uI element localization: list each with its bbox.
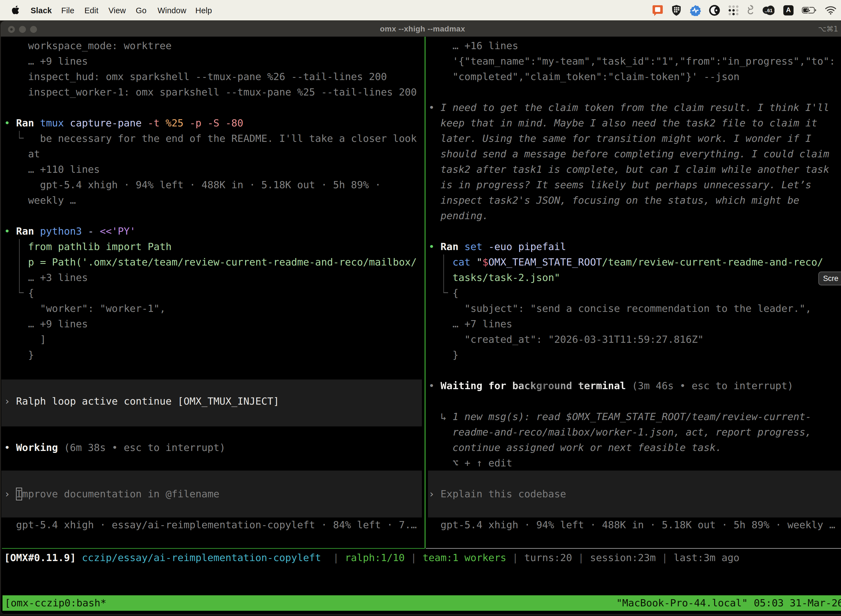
tmux-host-clock-label: "MacBook-Pro-44.local" 05:03 31-Mar-26 <box>616 595 841 611</box>
terminal-row: continue assigned work or next feasible … <box>0 440 841 455</box>
apple-icon[interactable] <box>11 5 20 16</box>
terminal-row: readme-and-reco/mailbox/worker-1.json, a… <box>0 424 841 440</box>
menu-bar: SlackFileEditViewGoWindowHelp ..61 A <box>0 0 841 21</box>
terminal-text-segment: Explain this codebase <box>441 486 566 502</box>
screen: SlackFileEditViewGoWindowHelp ..61 A omx… <box>0 0 841 616</box>
minimize-button[interactable] <box>19 26 26 33</box>
screen-share-overlay[interactable]: Scre <box>818 271 841 285</box>
wifi-icon[interactable] <box>825 6 837 15</box>
terminal-text-segment: ⌥ + ↑ edit <box>453 455 512 471</box>
terminal-text-segment: • <box>428 239 435 254</box>
omx-status-line: [OMX#0.11.9]cczip/essay/ai-reimplementat… <box>0 550 841 566</box>
terminal-text-segment: " <box>476 254 483 270</box>
terminal-text-segment: session:23m <box>590 550 656 566</box>
battery-icon[interactable] <box>802 6 817 14</box>
terminal-text-segment: task2 after task1 is complete, but can I… <box>441 162 829 177</box>
pane-border-bottom-left <box>2 548 425 549</box>
terminal-text-segment: • <box>428 100 435 115</box>
terminal-text-segment: | <box>578 550 584 566</box>
terminal-text-segment: [OMX#0.11.9] <box>4 550 76 566</box>
input-source-label: A <box>786 6 791 14</box>
terminal-text-segment: last:3m ago <box>674 550 740 566</box>
terminal-row: gpt-5.4 xhigh · 94% left · 488K in · 5.1… <box>0 517 841 532</box>
terminal-content: workspace_mode: worktree… +9 linesinspec… <box>0 37 841 615</box>
terminal-row: later. Using the same for transition mig… <box>0 131 841 146</box>
terminal-text-segment: -euo pipefail <box>488 239 566 254</box>
cloud-count-icon[interactable]: ..61 <box>762 5 775 15</box>
menu-item-help[interactable]: Help <box>195 0 212 21</box>
terminal-row: should send a message before completing … <box>0 146 841 162</box>
tailscale-dots-icon[interactable] <box>728 5 739 16</box>
activity-pulse-icon[interactable] <box>690 5 701 16</box>
terminal-row: tasks/task-2.json" <box>0 270 841 285</box>
terminal-text-segment: inspect task2's JSON, focusing on the st… <box>441 193 799 208</box>
terminal-row: ›Explain this codebase <box>0 486 841 502</box>
terminal-text-segment: cczip/essay/ai-reimplementation-copyleft <box>82 550 321 566</box>
terminal-row: •Ranpython3-<<'PY' <box>0 224 841 239</box>
terminal-text-segment: cat <box>453 254 470 270</box>
input-source-icon[interactable]: A <box>783 5 794 16</box>
terminal-text-segment: | <box>333 550 339 566</box>
terminal-text-segment: › <box>428 486 435 502</box>
terminal-text-segment: set <box>464 239 482 254</box>
screenshot-icon[interactable] <box>652 5 663 16</box>
menu-item-window[interactable]: Window <box>158 0 186 21</box>
terminal-row: is in progress? It seems likely but perh… <box>0 177 841 193</box>
close-button[interactable] <box>8 26 15 33</box>
terminal-row: task2 after task1 is complete, but can I… <box>0 162 841 177</box>
terminal-text-segment: <<'PY' <box>100 224 136 239</box>
terminal-row: •Ranset-euo pipefail <box>0 239 841 254</box>
terminal-row: cat"$OMX_TEAM_STATE_ROOT/team/review-cur… <box>0 254 841 270</box>
terminal-row: "completed","claim_token":"claim-token"}… <box>0 69 841 84</box>
menu-item-file[interactable]: File <box>61 0 75 21</box>
pane-border-bottom-right <box>426 548 841 549</box>
terminal-text-segment: '{"team_name":"my-team","task_id":"1","f… <box>453 54 835 69</box>
terminal-text-segment: … +16 lines <box>453 38 518 54</box>
terminal-text-segment: continue assigned work or next feasible … <box>453 440 722 455</box>
terminal-text-segment: /team/review-current-readme-and-reco/ <box>602 254 823 270</box>
zoom-button[interactable] <box>30 26 37 33</box>
menu-item-edit[interactable]: Edit <box>84 0 98 21</box>
menu-item-slack[interactable]: Slack <box>31 0 52 21</box>
window-titlebar[interactable]: omx --xhigh --madmax ⌥⌘1 <box>1 21 841 37</box>
terminal-text-segment: ralph:1/10 <box>345 550 405 566</box>
terminal-row: •I need to get the claim token from the … <box>0 100 841 115</box>
terminal-text-segment: (3m 46s • esc to interrupt) <box>632 378 793 393</box>
terminal-row: { <box>0 285 841 301</box>
crescent-app-icon[interactable] <box>709 5 720 16</box>
terminal-text-segment: 1 new msg(s): read $OMX_TEAM_STATE_ROOT/… <box>453 409 811 424</box>
terminal-row: ↳1 new msg(s): read $OMX_TEAM_STATE_ROOT… <box>0 409 841 424</box>
terminal-row: ⌥ + ↑ edit <box>0 455 841 471</box>
text-cursor <box>16 488 22 500</box>
terminal-text-segment: "subject": "send a concise recommendatio… <box>464 301 811 316</box>
terminal-row: '{"team_name":"my-team","task_id":"1","f… <box>0 54 841 69</box>
terminal-text-segment: "created_at": "2026-03-31T11:59:27.816Z" <box>464 332 703 347</box>
menu-item-view[interactable]: View <box>108 0 126 21</box>
terminal-text-segment: … +7 lines <box>453 316 512 332</box>
terminal-row: pending. <box>0 208 841 224</box>
screen-share-label: Scre <box>823 274 838 283</box>
menu-item-go[interactable]: Go <box>136 0 147 21</box>
terminal-text-segment: python3 <box>40 224 82 239</box>
terminal-text-segment: team:1 workers <box>423 550 506 566</box>
terminal-row: "created_at": "2026-03-31T11:59:27.816Z" <box>0 332 841 347</box>
terminal-row: inspect task2's JSON, focusing on the st… <box>0 193 841 208</box>
terminal-row: •Waiting for background terminal(3m 46s … <box>0 378 841 393</box>
terminal-text-segment: "completed","claim_token":"claim-token"}… <box>453 69 740 84</box>
terminal-text-segment: pending. <box>441 208 488 224</box>
terminal-text-segment: OMX_TEAM_STATE_ROOT <box>488 254 602 270</box>
terminal-row: keep that in mind. Maybe I also need the… <box>0 115 841 131</box>
terminal-row: … +7 lines <box>0 316 841 332</box>
terminal-text-segment: I need to get the claim token from the c… <box>441 100 829 115</box>
terminal-row: … +16 lines <box>0 38 841 54</box>
terminal-text-segment: inspect_worker-1: omx sparkshell --tmux-… <box>28 84 417 100</box>
terminal-text-segment: $ <box>482 254 488 270</box>
terminal-row: } <box>0 347 841 363</box>
terminal-text-segment: Waiting for background terminal <box>441 378 626 393</box>
seahorse-icon[interactable] <box>747 4 754 16</box>
security-grid-icon[interactable] <box>671 5 681 16</box>
window-title: omx --xhigh --madmax <box>380 21 465 37</box>
terminal-text-segment: readme-and-reco/mailbox/worker-1.json, a… <box>453 424 811 440</box>
tmux-keybind-badge: ⌥⌘1 <box>818 21 838 37</box>
terminal-window: omx --xhigh --madmax ⌥⌘1 workspace_mode:… <box>0 21 841 615</box>
